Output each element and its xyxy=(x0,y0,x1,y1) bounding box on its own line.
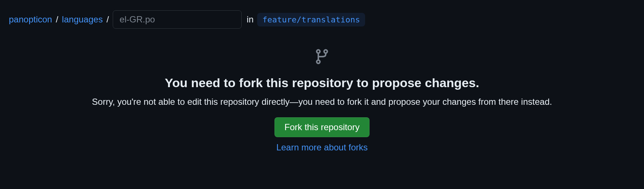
fork-notice: You need to fork this repository to prop… xyxy=(0,48,644,153)
breadcrumb-folder-link[interactable]: languages xyxy=(62,14,103,25)
breadcrumb-repo-link[interactable]: panopticon xyxy=(9,14,52,25)
learn-more-forks-link[interactable]: Learn more about forks xyxy=(0,142,644,153)
svg-point-0 xyxy=(317,50,320,53)
git-branch-icon xyxy=(313,48,331,67)
branch-badge[interactable]: feature/translations xyxy=(257,13,365,26)
svg-point-1 xyxy=(324,50,328,53)
svg-point-2 xyxy=(317,60,320,64)
breadcrumb: panopticon / languages / in feature/tran… xyxy=(0,0,644,29)
filename-input[interactable] xyxy=(113,10,242,29)
fork-heading: You need to fork this repository to prop… xyxy=(0,76,644,90)
in-label: in xyxy=(247,14,254,25)
fork-subtext: Sorry, you're not able to edit this repo… xyxy=(0,97,644,107)
breadcrumb-separator: / xyxy=(56,14,58,25)
fork-repository-button[interactable]: Fork this repository xyxy=(274,117,370,137)
breadcrumb-separator: / xyxy=(106,14,109,25)
